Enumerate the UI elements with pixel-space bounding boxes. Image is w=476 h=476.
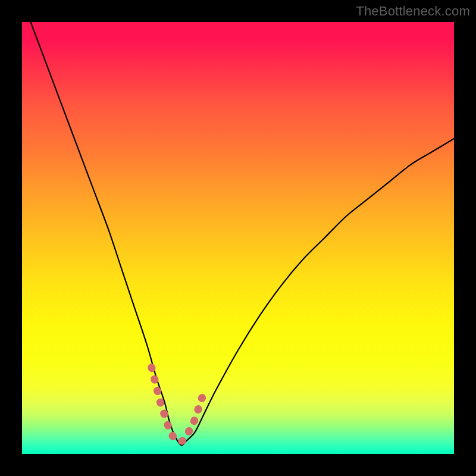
chart-frame: TheBottleneck.com (0, 0, 476, 476)
plot-area (22, 22, 454, 454)
bottleneck-curve (31, 22, 454, 445)
curve-layer (22, 22, 454, 454)
watermark-text: TheBottleneck.com (356, 4, 470, 19)
